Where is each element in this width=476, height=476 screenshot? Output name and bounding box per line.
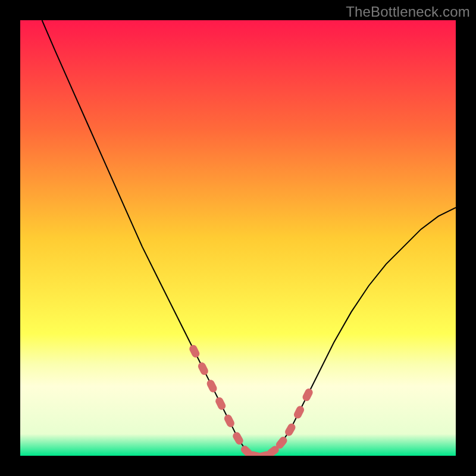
watermark-text: TheBottleneck.com <box>346 4 470 20</box>
chart-frame: TheBottleneck.com <box>0 0 476 476</box>
gradient-background <box>20 20 456 456</box>
plot-area <box>20 20 456 456</box>
chart-svg <box>20 20 456 456</box>
